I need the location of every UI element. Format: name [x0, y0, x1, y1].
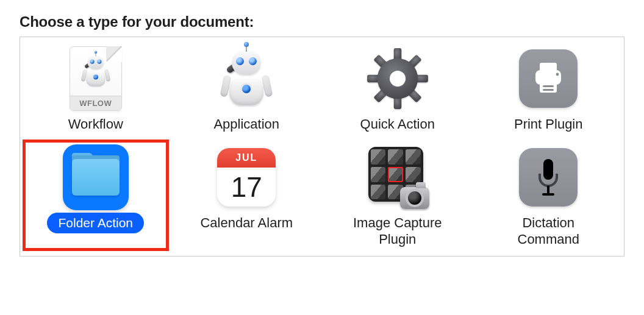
- type-option-application[interactable]: Application: [171, 44, 323, 132]
- svg-rect-12: [540, 63, 557, 71]
- svg-rect-15: [543, 89, 554, 91]
- svg-rect-18: [547, 186, 549, 193]
- calendar-month: JUL: [217, 148, 276, 168]
- type-option-folder-action[interactable]: Folder Action: [20, 143, 171, 247]
- workflow-file-tag: WFLOW: [70, 96, 121, 110]
- type-option-calendar-alarm[interactable]: JUL 17 Calendar Alarm: [171, 143, 323, 247]
- document-type-panel: WFLOW Workflow Application: [20, 37, 624, 257]
- calendar-icon: JUL 17: [212, 143, 281, 211]
- type-label-application: Application: [213, 116, 279, 132]
- workflow-file-icon: WFLOW: [62, 44, 130, 113]
- svg-rect-17: [543, 159, 553, 180]
- type-row-2: Folder Action JUL 17 Calendar Alarm: [20, 143, 624, 247]
- type-label-print-plugin: Print Plugin: [514, 116, 583, 132]
- svg-rect-14: [543, 85, 554, 87]
- type-option-quick-action[interactable]: Quick Action: [322, 44, 473, 132]
- type-option-image-capture-plugin[interactable]: Image Capture Plugin: [322, 143, 473, 247]
- type-label-folder-action: Folder Action: [47, 213, 144, 233]
- type-option-print-plugin[interactable]: Print Plugin: [473, 44, 624, 132]
- type-label-dictation-command: Dictation Command: [518, 215, 579, 247]
- gear-icon: [363, 44, 432, 113]
- type-option-workflow[interactable]: WFLOW Workflow: [20, 44, 171, 132]
- type-row-1: WFLOW Workflow Application: [20, 44, 624, 132]
- calendar-day: 17: [217, 168, 276, 207]
- type-label-workflow: Workflow: [68, 116, 123, 132]
- type-option-dictation-command[interactable]: Dictation Command: [473, 143, 624, 247]
- folder-icon: [62, 143, 130, 211]
- type-label-quick-action: Quick Action: [360, 116, 435, 132]
- microphone-icon: [514, 143, 582, 211]
- page-title: Choose a type for your document:: [20, 13, 644, 30]
- automator-robot-icon: [79, 54, 113, 88]
- svg-point-16: [556, 73, 559, 76]
- type-label-image-capture-plugin: Image Capture Plugin: [353, 215, 442, 247]
- image-capture-icon: [363, 143, 432, 211]
- type-label-calendar-alarm: Calendar Alarm: [200, 215, 293, 231]
- printer-icon: [514, 44, 582, 113]
- svg-rect-19: [542, 193, 554, 196]
- automator-robot-icon: [212, 44, 281, 113]
